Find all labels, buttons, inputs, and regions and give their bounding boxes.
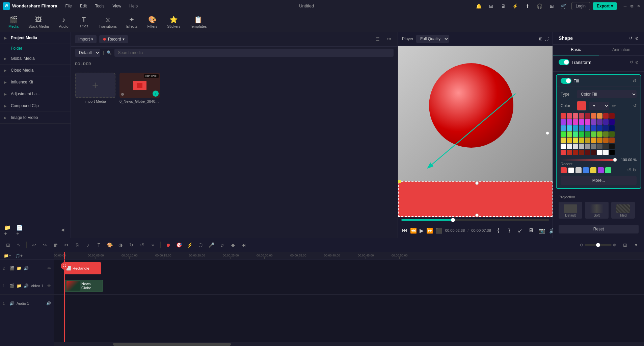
color-cell[interactable] xyxy=(567,138,572,143)
timeline-scrollbar-thumb[interactable] xyxy=(113,343,231,346)
color-cell[interactable] xyxy=(573,125,578,131)
color-cell[interactable] xyxy=(597,138,602,143)
fullscreen-button[interactable]: ⬛ xyxy=(436,226,442,235)
sidebar-item-cloud-media[interactable]: ▶ Cloud Media xyxy=(0,65,71,76)
color-cell[interactable] xyxy=(561,113,566,119)
export-dropdown-icon[interactable]: ▾ xyxy=(611,4,613,8)
recent-cell[interactable] xyxy=(605,167,611,173)
minimize-button[interactable]: ─ xyxy=(622,3,628,9)
color-cell[interactable] xyxy=(561,138,566,143)
copy-button[interactable]: ⎘ xyxy=(73,240,82,250)
notification-icon[interactable]: 🔔 xyxy=(474,1,484,11)
prev-keyframe-icon[interactable]: ⏮ xyxy=(239,240,248,250)
color-cell[interactable] xyxy=(603,119,609,125)
login-button[interactable]: Login xyxy=(571,2,590,10)
color-cell[interactable] xyxy=(603,144,609,149)
color-cell[interactable] xyxy=(585,125,590,131)
mask-tool-icon[interactable]: ◑ xyxy=(116,240,125,250)
color-cell[interactable] xyxy=(591,113,596,119)
type-select[interactable]: Color Fill xyxy=(577,90,637,98)
undo-button[interactable]: ↩ xyxy=(29,240,39,250)
recent-cell[interactable] xyxy=(561,167,567,173)
color-select[interactable]: ▾ xyxy=(589,102,609,110)
zoom-out-icon[interactable]: ⊖ xyxy=(580,243,583,247)
color-cell[interactable] xyxy=(591,138,596,143)
color-cell[interactable] xyxy=(579,150,584,155)
color-cell[interactable] xyxy=(585,113,590,119)
tool-audio[interactable]: ♪ Audio xyxy=(54,14,73,30)
step-forward-button[interactable]: ⏩ xyxy=(426,226,433,235)
progress-bar[interactable] xyxy=(401,219,549,221)
projection-tiled[interactable]: Tiled xyxy=(611,202,635,219)
fullscreen-icon[interactable]: ⛶ xyxy=(544,36,548,41)
tool-titles[interactable]: T Titles xyxy=(75,14,93,30)
color-cell[interactable] xyxy=(567,150,572,155)
tool-stickers[interactable]: ⭐ Stickers xyxy=(163,14,184,30)
transform-options-icon[interactable]: ⊘ xyxy=(635,60,639,65)
color-cell[interactable] xyxy=(597,125,602,131)
reset-button[interactable]: Reset xyxy=(559,225,639,233)
color-cell[interactable] xyxy=(561,150,566,155)
menu-edit[interactable]: Edit xyxy=(79,3,88,9)
color-cell[interactable] xyxy=(579,131,584,137)
color-swatch[interactable] xyxy=(577,101,586,110)
audio-tool-icon[interactable]: ♪ xyxy=(83,240,93,250)
color-cell[interactable] xyxy=(573,119,578,125)
record-icon[interactable]: ⏺ xyxy=(163,240,173,250)
color-reset-icon[interactable]: ↺ xyxy=(633,103,637,108)
recent-cell[interactable] xyxy=(583,167,589,173)
rectangle-clip[interactable]: ⬜ Rectangle xyxy=(64,262,101,274)
track-add-icon[interactable]: ⊞ xyxy=(3,240,13,250)
color-cell[interactable] xyxy=(591,144,596,149)
tool-templates[interactable]: 📋 Templates xyxy=(186,14,211,30)
color-cell[interactable] xyxy=(561,131,566,137)
color-cell[interactable] xyxy=(567,113,572,119)
layout-toggle-icon[interactable]: ⊞ xyxy=(620,240,630,250)
add-item-icon[interactable]: 📄+ xyxy=(16,226,26,235)
speed-icon[interactable]: ⚡ xyxy=(185,240,194,250)
import-media-item[interactable]: + Import Media xyxy=(75,73,115,234)
tool-filters[interactable]: 🎨 Filters xyxy=(143,14,162,30)
color-cell[interactable] xyxy=(573,113,578,119)
color-cell[interactable] xyxy=(609,119,615,125)
keyframe-icon[interactable]: ◆ xyxy=(228,240,238,250)
sidebar-item-influence-kit[interactable]: ▶ Influence Kit xyxy=(0,76,71,88)
color-cell[interactable] xyxy=(603,113,609,119)
reset-transform-icon[interactable]: ↺ xyxy=(629,36,633,41)
tool-effects[interactable]: ✦ Effects xyxy=(122,14,141,30)
fill-toggle[interactable] xyxy=(561,78,571,84)
search-input[interactable] xyxy=(114,49,394,57)
progress-thumb[interactable] xyxy=(451,218,455,222)
recent-forward-icon[interactable]: ↻ xyxy=(633,167,637,173)
color-cell[interactable] xyxy=(573,150,578,155)
track-eye-icon[interactable]: 👁 xyxy=(47,266,51,270)
mark-in-button[interactable]: { xyxy=(494,226,503,235)
layout-dropdown-icon[interactable]: ▾ xyxy=(631,240,641,250)
rotate-cw-icon[interactable]: ↻ xyxy=(127,240,136,250)
color-cell[interactable] xyxy=(579,125,584,131)
play-button[interactable]: ▶ xyxy=(420,226,424,235)
projection-default[interactable]: Default xyxy=(559,202,582,219)
sidebar-item-compound-clip[interactable]: ▶ Compound Clip xyxy=(0,100,71,112)
color-cell[interactable] xyxy=(609,125,615,131)
close-panel-icon[interactable]: ⊘ xyxy=(635,36,639,41)
recent-cell[interactable] xyxy=(590,167,596,173)
sidebar-item-global-media[interactable]: ▶ Global Media xyxy=(0,53,71,65)
insert-button[interactable]: ↙ xyxy=(515,226,525,235)
transform-toggle[interactable] xyxy=(559,59,569,65)
color-cell[interactable] xyxy=(603,125,609,131)
timeline-ruler[interactable]: 00:00:00 00:00:05:00 00:00:10:00 00:00:1… xyxy=(54,252,644,260)
stabilize-icon[interactable]: ⬡ xyxy=(196,240,205,250)
menu-help[interactable]: Help xyxy=(128,3,139,9)
sidebar-item-folder[interactable]: Folder xyxy=(0,44,71,53)
tab-animation[interactable]: Animation xyxy=(599,45,644,55)
color-cell[interactable] xyxy=(561,125,566,131)
audio-1-mute-icon[interactable]: 🔊 xyxy=(46,301,51,305)
color-cell[interactable] xyxy=(597,113,602,119)
video-clip-item[interactable]: 00:00:06 ⚙ ✓ 0_News_Globe_3840x... xyxy=(119,73,160,234)
monitor-icon[interactable]: 🖥 xyxy=(499,1,508,11)
color-cell[interactable] xyxy=(567,119,572,125)
color-cell[interactable] xyxy=(585,119,590,125)
add-audio-track-icon[interactable]: 🎵+ xyxy=(14,252,24,261)
color-dropper-icon[interactable]: ✏ xyxy=(612,103,616,108)
